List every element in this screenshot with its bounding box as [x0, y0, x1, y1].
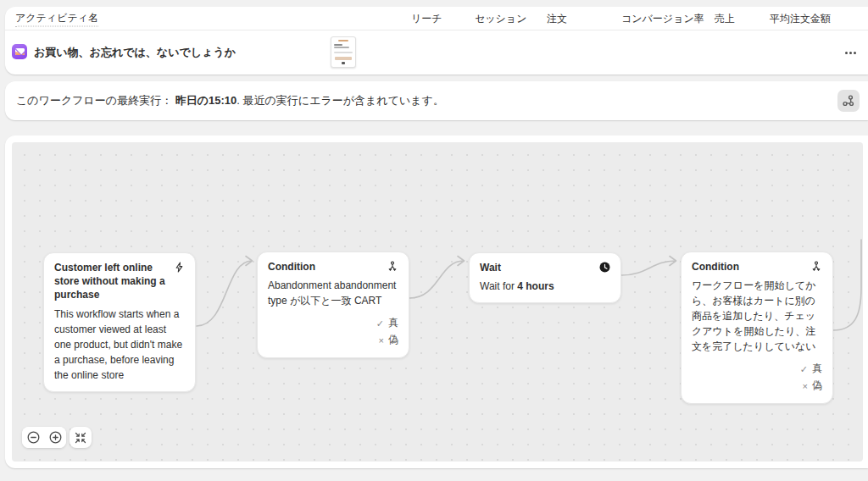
column-header-conversion-rate: コンバージョン率 [621, 11, 704, 25]
node-description: Wait for 4 hours [480, 279, 610, 294]
node-description: This workflow starts when a customer vie… [54, 307, 185, 383]
output-false: × 偽 [692, 378, 822, 395]
lightning-icon [174, 262, 185, 273]
email-preview-thumbnail[interactable] [331, 36, 356, 68]
column-header-reach: リーチ [411, 11, 442, 25]
workflow-app-button[interactable] [837, 90, 860, 112]
node-title: Condition [268, 260, 315, 274]
node-description: ワークフローを開始してから、お客様はカートに別の商品を追加したり、チェックアウト… [692, 278, 822, 354]
fit-to-screen-icon [75, 432, 86, 444]
last-run-banner: このワークフローの最終実行： 昨日の15:10. 最近の実行にエラーが含まれてい… [5, 81, 868, 120]
condition-outputs: ✓ 真 × 偽 [268, 315, 398, 349]
clock-icon [599, 262, 610, 273]
cross-icon: × [379, 333, 384, 348]
zoom-in-button[interactable] [44, 427, 66, 448]
column-header-orders: 注文 [547, 11, 567, 25]
workflow-canvas-card: Customer left online store without makin… [5, 135, 868, 468]
column-header-activity-name[interactable]: アクティビティ名 [15, 10, 98, 26]
workflow-node-condition-2[interactable]: Condition ワークフローを開始してから、お客様はカートに別の商品を追加し… [681, 252, 833, 404]
workflow-node-condition-1[interactable]: Condition Abandonment abandonment type が… [257, 252, 409, 358]
check-icon: ✓ [376, 316, 384, 331]
table-header: アクティビティ名 リーチ セッション 注文 コンバージョン率 売上 平均注文金額 [5, 7, 868, 30]
zoom-in-icon [49, 431, 62, 444]
condition-outputs: ✓ 真 × 偽 [692, 361, 822, 395]
output-true: ✓ 真 [692, 361, 822, 378]
zoom-controls [22, 427, 66, 448]
cross-icon: × [803, 379, 808, 394]
flow-icon [842, 94, 855, 108]
email-activity-icon [12, 44, 27, 59]
workflow-node-wait[interactable]: Wait Wait for 4 hours [469, 252, 621, 303]
activity-title-link[interactable]: お買い物、お忘れでは、ないでしょうか [34, 45, 236, 60]
zoom-out-icon [27, 431, 40, 444]
output-false: × 偽 [268, 332, 398, 349]
branch-icon [810, 261, 822, 273]
last-run-time: 昨日の15:10 [175, 94, 237, 107]
workflow-canvas[interactable]: Customer left online store without makin… [12, 142, 863, 462]
fit-to-screen-button[interactable] [70, 427, 92, 448]
row-actions-menu-button[interactable] [839, 42, 861, 63]
node-description: Abandonment abandonment type が以下と一致 CART [268, 278, 398, 308]
branch-icon [387, 261, 398, 273]
node-title: Wait [480, 261, 501, 274]
zoom-out-button[interactable] [22, 427, 44, 448]
column-header-average-order-value: 平均注文金額 [770, 11, 831, 25]
node-title: Condition [692, 260, 739, 274]
check-icon: ✓ [800, 362, 808, 377]
column-header-sales: 売上 [715, 11, 735, 25]
workflow-node-trigger[interactable]: Customer left online store without makin… [43, 252, 196, 392]
activity-table-card: アクティビティ名 リーチ セッション 注文 コンバージョン率 売上 平均注文金額… [5, 7, 868, 75]
last-run-text: このワークフローの最終実行： 昨日の15:10. 最近の実行にエラーが含まれてい… [16, 93, 444, 108]
output-true: ✓ 真 [268, 315, 398, 332]
column-header-session: セッション [475, 11, 526, 25]
node-title: Customer left online store without makin… [54, 261, 167, 302]
activity-row[interactable]: お買い物、お忘れでは、ないでしょうか [5, 30, 868, 74]
